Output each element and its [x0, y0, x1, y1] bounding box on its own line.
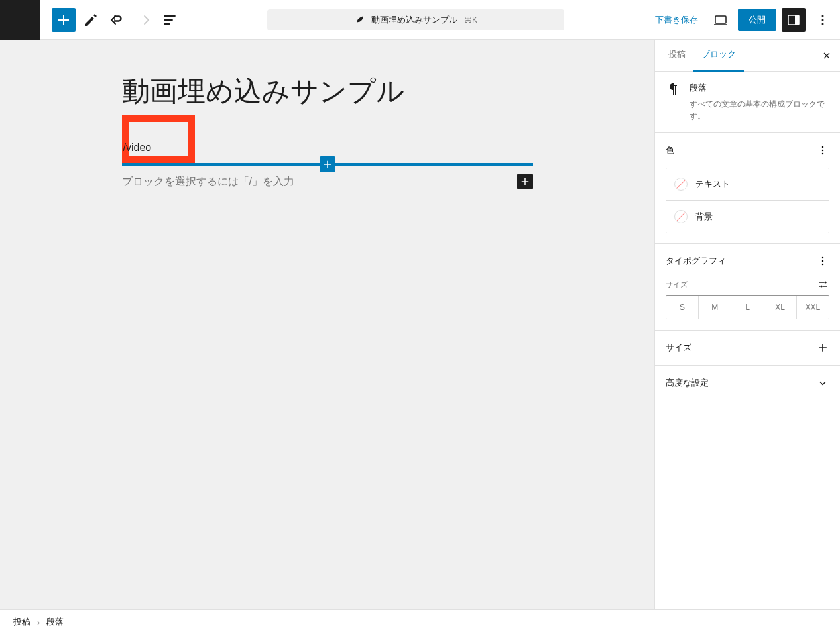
breadcrumb-paragraph[interactable]: 段落 — [46, 616, 64, 628]
plus-icon — [519, 176, 531, 187]
plus-icon — [56, 12, 72, 28]
preview-button[interactable] — [709, 8, 733, 32]
toolbar-center: 動画埋め込みサンプル ⌘K — [187, 9, 644, 30]
panel-advanced-header[interactable]: 高度な設定 — [655, 366, 840, 400]
breadcrumb-footer: 投稿 › 段落 — [0, 609, 840, 634]
settings-sidebar-toggle[interactable] — [782, 8, 806, 32]
svg-point-9 — [822, 257, 824, 259]
panel-dimensions-header[interactable]: サイズ — [655, 331, 840, 365]
tab-post[interactable]: 投稿 — [660, 40, 693, 72]
block-info: 段落 すべての文章の基本の構成ブロックです。 — [655, 72, 840, 133]
font-size-label: サイズ — [666, 280, 688, 290]
svg-point-7 — [822, 150, 824, 152]
svg-point-3 — [822, 15, 824, 17]
dots-vertical-icon — [815, 12, 831, 28]
block-slash-input[interactable]: /video — [122, 136, 533, 159]
panel-typography-title: タイポグラフィ — [666, 255, 726, 267]
document-title: 動画埋め込みサンプル — [371, 14, 457, 26]
toolbar-right: 下書き保存 公開 — [650, 8, 835, 32]
sliders-icon[interactable] — [817, 278, 829, 290]
svg-point-11 — [822, 264, 824, 266]
breadcrumb-separator: › — [37, 617, 40, 627]
plus-icon — [816, 341, 829, 354]
undo-icon — [109, 12, 125, 28]
undo-button[interactable] — [105, 8, 129, 32]
display-icon — [713, 12, 729, 28]
redo-icon — [135, 12, 151, 28]
dots-vertical-icon — [816, 144, 829, 157]
size-l[interactable]: L — [731, 296, 764, 319]
document-title-bar[interactable]: 動画埋め込みサンプル ⌘K — [267, 9, 564, 30]
close-icon — [821, 50, 832, 61]
sidebar-tabs: 投稿 ブロック — [655, 40, 840, 72]
panel-dimensions: サイズ — [655, 331, 840, 366]
color-text-option[interactable]: テキスト — [666, 168, 829, 201]
redo-button[interactable] — [131, 8, 155, 32]
block-type-title: 段落 — [690, 82, 829, 94]
svg-point-6 — [822, 146, 824, 148]
tab-block[interactable]: ブロック — [693, 40, 744, 72]
add-block-button[interactable] — [52, 8, 76, 32]
panel-color: 色 テキスト 背景 — [655, 133, 840, 244]
tools-button[interactable] — [78, 8, 102, 32]
breadcrumb-post[interactable]: 投稿 — [13, 616, 30, 628]
block-placeholder: ブロックを選択するには「/」を入力 — [122, 175, 294, 189]
top-toolbar: 動画埋め込みサンプル ⌘K 下書き保存 公開 — [0, 0, 840, 40]
post-title[interactable]: 動画埋め込みサンプル — [122, 73, 533, 110]
wp-logo-area[interactable] — [0, 0, 40, 40]
color-swatch-none-icon — [674, 178, 688, 191]
panel-color-header[interactable]: 色 — [655, 133, 840, 168]
settings-sidebar: 投稿 ブロック 段落 すべての文章の基本の構成ブロックです。 色 — [654, 40, 840, 609]
size-m[interactable]: M — [699, 296, 731, 319]
svg-point-4 — [822, 19, 824, 21]
size-xl[interactable]: XL — [764, 296, 797, 319]
command-shortcut: ⌘K — [464, 15, 477, 25]
outline-icon — [162, 12, 178, 28]
svg-point-12 — [825, 282, 827, 284]
color-swatch-none-icon — [674, 210, 688, 223]
size-s[interactable]: S — [666, 296, 699, 319]
panel-typography: タイポグラフィ サイズ S M L XL XXL — [655, 244, 840, 331]
svg-point-10 — [822, 260, 824, 262]
document-outline-button[interactable] — [158, 8, 182, 32]
svg-point-8 — [822, 153, 824, 155]
color-text-label: テキスト — [695, 178, 730, 190]
color-bg-label: 背景 — [695, 211, 713, 223]
block-type-description: すべての文章の基本の構成ブロックです。 — [690, 98, 829, 122]
panel-advanced-title: 高度な設定 — [666, 377, 709, 389]
publish-button[interactable]: 公開 — [738, 9, 776, 31]
panel-advanced: 高度な設定 — [655, 366, 840, 400]
dots-vertical-icon — [816, 254, 829, 268]
sidebar-icon — [786, 12, 802, 28]
size-xxl[interactable]: XXL — [797, 296, 829, 319]
font-size-label-row: サイズ — [666, 278, 829, 290]
svg-rect-0 — [715, 16, 726, 23]
paragraph-icon — [666, 82, 682, 98]
editor-canvas[interactable]: 動画埋め込みサンプル /video ブロックを選択するには「/」を入力 — [0, 40, 654, 609]
save-draft-link[interactable]: 下書き保存 — [650, 14, 703, 26]
panel-dimensions-title: サイズ — [666, 342, 691, 354]
font-size-buttons: S M L XL XXL — [666, 295, 829, 319]
block-slash-input-wrap: /video — [122, 136, 533, 159]
more-options-button[interactable] — [811, 8, 835, 32]
plus-icon — [322, 158, 333, 170]
chevron-down-icon — [816, 376, 829, 390]
color-background-option[interactable]: 背景 — [666, 200, 829, 233]
empty-block-row: ブロックを選択するには「/」を入力 — [122, 174, 533, 189]
toolbar-left — [45, 8, 182, 32]
block-insert-line[interactable] — [122, 163, 533, 166]
append-block-button[interactable] — [517, 174, 533, 189]
feather-icon — [354, 15, 365, 25]
svg-rect-2 — [795, 15, 799, 25]
panel-typography-header[interactable]: タイポグラフィ — [655, 244, 840, 278]
svg-point-5 — [822, 23, 824, 25]
pencil-icon — [82, 12, 98, 28]
panel-color-title: 色 — [666, 144, 674, 156]
svg-point-13 — [821, 286, 823, 288]
close-sidebar-button[interactable] — [819, 48, 835, 64]
